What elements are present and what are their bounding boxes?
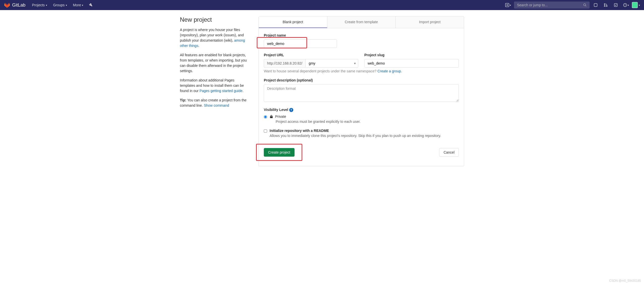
nav-groups[interactable]: Groups ▾ <box>51 1 70 9</box>
show-command-link[interactable]: Show command <box>204 103 229 107</box>
form-actions: Create project Cancel <box>264 144 459 161</box>
issues-icon[interactable] <box>592 1 600 9</box>
tab-import-project[interactable]: Import project <box>396 16 464 28</box>
gitlab-icon <box>4 2 10 8</box>
nav-more[interactable]: More ▾ <box>71 1 86 9</box>
svg-rect-2 <box>594 4 597 7</box>
readme-label: Initialize repository with a README <box>270 129 459 133</box>
avatar <box>632 2 638 8</box>
todos-icon[interactable] <box>612 1 620 9</box>
project-description-input[interactable] <box>264 84 459 102</box>
svg-point-4 <box>604 6 605 7</box>
search-box[interactable] <box>514 2 590 9</box>
chevron-down-icon: ▾ <box>510 4 511 7</box>
user-menu[interactable]: ▾ <box>632 1 640 9</box>
sidebar-desc-3: Information about additional Pages templ… <box>180 78 250 94</box>
create-project-button[interactable]: Create project <box>264 148 295 157</box>
project-url-input-group: http://192.168.8.20:82/ gmy ▾ <box>264 59 358 68</box>
search-input[interactable] <box>517 3 583 7</box>
tab-blank-project[interactable]: Blank project <box>259 16 327 28</box>
project-name-group: Project name <box>264 33 459 48</box>
tabs: Blank project Create from template Impor… <box>259 16 464 28</box>
svg-point-3 <box>604 4 605 5</box>
visibility-label: Visibility Level ? <box>264 108 459 112</box>
tab-create-from-template[interactable]: Create from template <box>327 16 396 28</box>
brand-text: GitLab <box>12 3 25 8</box>
lock-icon <box>270 115 273 118</box>
project-description-label: Project description (optional) <box>264 78 459 82</box>
project-name-label: Project name <box>264 33 459 37</box>
sidebar: New project A project is where you house… <box>180 16 250 166</box>
form-panel: Project name Project URL http://192.168.… <box>259 28 464 166</box>
pages-guide-link[interactable]: Pages getting started guide <box>200 89 242 93</box>
help-icon[interactable]: ? <box>289 108 293 112</box>
tip-label: Tip: <box>180 98 186 102</box>
visibility-private-desc: Project access must be granted explicitl… <box>276 120 459 124</box>
url-slug-row: Project URL http://192.168.8.20:82/ gmy … <box>264 53 459 68</box>
sidebar-tip: Tip: You can also create a project from … <box>180 98 250 108</box>
plus-icon[interactable]: ▾ <box>504 1 512 9</box>
nav-more-label: More <box>73 3 81 7</box>
nav-groups-label: Groups <box>53 3 65 7</box>
visibility-private-radio[interactable] <box>264 115 267 119</box>
svg-point-1 <box>584 4 586 6</box>
project-url-group: Project URL http://192.168.8.20:82/ gmy … <box>264 53 358 68</box>
sidebar-desc-2: All features are enabled for blank proje… <box>180 52 250 74</box>
sidebar-desc-1: A project is where you house your files … <box>180 27 250 48</box>
readme-checkbox[interactable] <box>264 129 267 133</box>
readme-desc: Allows you to immediately clone this pro… <box>270 134 459 138</box>
project-slug-label: Project slug <box>364 53 459 57</box>
nav-projects-label: Projects <box>32 3 45 7</box>
create-group-link[interactable]: Create a group. <box>377 69 402 73</box>
navbar-left: GitLab Projects ▾ Groups ▾ More ▾ <box>4 1 95 9</box>
svg-point-5 <box>606 6 607 7</box>
namespace-hint: Want to house several dependent projects… <box>264 69 459 73</box>
project-slug-group: Project slug <box>364 53 459 68</box>
cancel-button[interactable]: Cancel <box>439 148 459 157</box>
main-panel: Blank project Create from template Impor… <box>259 16 464 166</box>
chevron-down-icon: ▾ <box>82 4 83 7</box>
nav-projects[interactable]: Projects ▾ <box>29 1 50 9</box>
chevron-down-icon: ▾ <box>66 4 67 7</box>
admin-wrench-icon[interactable] <box>87 1 95 9</box>
project-namespace-select[interactable]: gmy <box>305 59 358 68</box>
visibility-group: Visibility Level ? Private Project acces… <box>264 108 459 124</box>
readme-group: Initialize repository with a README Allo… <box>264 129 459 138</box>
chevron-down-icon: ▾ <box>46 4 47 7</box>
merge-requests-icon[interactable] <box>602 1 610 9</box>
project-url-label: Project URL <box>264 53 358 57</box>
navbar: GitLab Projects ▾ Groups ▾ More ▾ ▾ <box>0 0 644 10</box>
project-description-group: Project description (optional) <box>264 78 459 103</box>
help-icon[interactable]: ? ▾ <box>622 1 630 9</box>
highlight-create-button: Create project <box>256 144 302 161</box>
visibility-private-label: Private <box>270 115 459 119</box>
main-container: New project A project is where you house… <box>176 10 468 172</box>
gitlab-logo[interactable]: GitLab <box>4 2 25 8</box>
navbar-right: ▾ ? ▾ ▾ <box>504 1 640 9</box>
chevron-down-icon: ▾ <box>628 4 629 7</box>
visibility-private-option: Private Project access must be granted e… <box>264 115 459 124</box>
project-slug-input[interactable] <box>364 59 459 68</box>
page-title: New project <box>180 16 250 23</box>
search-icon <box>583 3 587 7</box>
project-url-prefix: http://192.168.8.20:82/ <box>264 59 305 68</box>
project-name-input[interactable] <box>264 39 337 48</box>
svg-text:?: ? <box>624 4 626 6</box>
chevron-down-icon: ▾ <box>639 4 640 7</box>
